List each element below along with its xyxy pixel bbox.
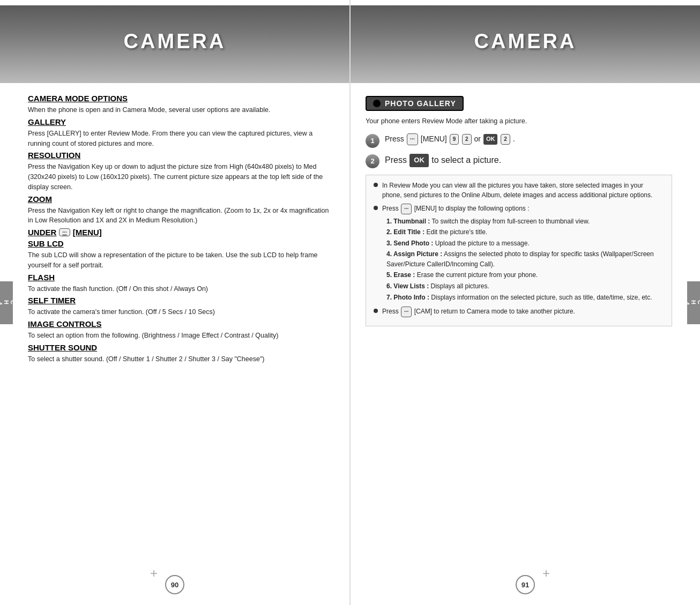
left-page: PN-E218_ALLTEL_060321 2006.3.21 7:21 PM페… bbox=[0, 0, 349, 605]
left-side-tab: C H 4 bbox=[0, 281, 13, 324]
gallery-body: Press [GALLERY] to enter Review Mode. Fr… bbox=[28, 129, 330, 149]
step1-container: 1 Press ··· [MENU] 9 2 or OK 2 . bbox=[366, 133, 672, 148]
bullet1-dot bbox=[374, 183, 378, 187]
bullet3-content: Press ··· [CAM] to return to Camera mode… bbox=[382, 307, 664, 317]
section-self-timer: SELF TIMER To activate the camera's time… bbox=[28, 296, 330, 317]
gallery-title: GALLERY bbox=[28, 117, 330, 126]
step2-text: Press OK to select a picture. bbox=[385, 153, 501, 167]
step2-container: 2 Press OK to select a picture. bbox=[366, 153, 672, 168]
ok-btn-step2: OK bbox=[409, 154, 429, 167]
under-menu-title: UNDER ··· [MENU] bbox=[28, 228, 330, 237]
info-bullet1: In Review Mode you can view all the pict… bbox=[374, 181, 664, 200]
left-header: CAMERA bbox=[0, 0, 349, 83]
section-image-controls: IMAGE CONTROLS To select an option from … bbox=[28, 319, 330, 341]
list-item-7: 7. Photo Info : Displays information on … bbox=[386, 293, 664, 303]
bullet3-dot bbox=[374, 309, 378, 313]
image-controls-body: To select an option from the following. … bbox=[28, 331, 330, 341]
info-bullet3: Press ··· [CAM] to return to Camera mode… bbox=[374, 307, 664, 317]
section-flash: FLASH To activate the flash function. (O… bbox=[28, 273, 330, 294]
bullet2-content: Press ··· [MENU] to display the followin… bbox=[382, 204, 664, 303]
right-page-num: 91 bbox=[516, 575, 535, 594]
list-item-4: 4. Assign Picture : Assigns the selected… bbox=[386, 249, 664, 269]
list-item-5: 5. Erase : Erase the current picture fro… bbox=[386, 270, 664, 280]
cam-btn: ··· bbox=[401, 307, 412, 317]
num9-btn: 9 bbox=[450, 134, 459, 145]
zoom-title: ZOOM bbox=[28, 195, 330, 204]
left-page-num: 90 bbox=[165, 575, 184, 594]
self-timer-title: SELF TIMER bbox=[28, 296, 330, 305]
photo-gallery-badge: PHOTO GALLERY bbox=[366, 96, 464, 111]
left-content: CAMERA MODE OPTIONS When the phone is op… bbox=[13, 83, 345, 376]
num2b-btn: 2 bbox=[501, 134, 510, 145]
flash-title: FLASH bbox=[28, 273, 330, 282]
menu-btn-bullet2: ··· bbox=[401, 204, 412, 214]
resolution-title: RESOLUTION bbox=[28, 151, 330, 160]
right-title: CAMERA bbox=[474, 30, 577, 53]
list-item-1: 1. Thumbnail : To switch the display fro… bbox=[386, 216, 664, 227]
options-list: 1. Thumbnail : To switch the display fro… bbox=[386, 216, 664, 303]
menu-btn-step1: ··· bbox=[407, 133, 418, 145]
badge-label: PHOTO GALLERY bbox=[385, 99, 456, 108]
section-gallery: GALLERY Press [GALLERY] to enter Review … bbox=[28, 117, 330, 149]
sub-lcd-body: The sub LCD will show a representation o… bbox=[28, 250, 330, 271]
crosshair-left: + bbox=[150, 566, 158, 581]
ok-btn-step1: OK bbox=[483, 134, 498, 145]
self-timer-body: To activate the camera's timer function.… bbox=[28, 307, 330, 317]
step2-circle: 2 bbox=[366, 154, 379, 168]
list-item-3: 3. Send Photo : Upload the picture to a … bbox=[386, 238, 664, 249]
intro-text: Your phone enters Review Mode after taki… bbox=[366, 116, 672, 126]
camera-mode-options-title: CAMERA MODE OPTIONS bbox=[28, 94, 330, 103]
list-item-6: 6. View Lists : Displays all pictures. bbox=[386, 281, 664, 292]
left-title: CAMERA bbox=[124, 30, 226, 53]
zoom-body: Press the Navigation Key left or right t… bbox=[28, 206, 330, 226]
step1-circle: 1 bbox=[366, 134, 379, 148]
camera-mode-options-body: When the phone is open and in Camera Mod… bbox=[28, 105, 330, 115]
right-content: PHOTO GALLERY Your phone enters Review M… bbox=[351, 83, 687, 340]
crosshair-right: + bbox=[542, 566, 550, 581]
section-camera-mode-options: CAMERA MODE OPTIONS When the phone is op… bbox=[28, 94, 330, 115]
section-sub-lcd: SUB LCD The sub LCD will show a represen… bbox=[28, 239, 330, 271]
sub-lcd-title: SUB LCD bbox=[28, 239, 330, 248]
section-zoom: ZOOM Press the Navigation Key left or ri… bbox=[28, 195, 330, 226]
right-header: CAMERA bbox=[351, 0, 700, 83]
info-bullet2: Press ··· [MENU] to display the followin… bbox=[374, 204, 664, 303]
section-shutter-sound: SHUTTER SOUND To select a shutter sound.… bbox=[28, 343, 330, 364]
shutter-sound-body: To select a shutter sound. (Off / Shutte… bbox=[28, 354, 330, 364]
bullet1-text: In Review Mode you can view all the pict… bbox=[382, 181, 664, 200]
resolution-body: Press the Navigation Key up or down to a… bbox=[28, 162, 330, 192]
image-controls-title: IMAGE CONTROLS bbox=[28, 319, 330, 328]
info-box: In Review Mode you can view all the pict… bbox=[366, 175, 672, 326]
menu-btn-icon: ··· bbox=[59, 228, 70, 236]
section-under-menu: UNDER ··· [MENU] bbox=[28, 228, 330, 237]
badge-dot bbox=[373, 100, 381, 107]
right-page: CAMERA C H 4 PHOTO GALLERY Your phone en… bbox=[351, 0, 700, 605]
num2a-btn: 2 bbox=[462, 134, 472, 145]
step1-text: Press ··· [MENU] 9 2 or OK 2 . bbox=[385, 133, 515, 145]
right-side-tab: C H 4 bbox=[687, 281, 700, 324]
flash-body: To activate the flash function. (Off / O… bbox=[28, 284, 330, 294]
shutter-sound-title: SHUTTER SOUND bbox=[28, 343, 330, 352]
list-item-2: 2. Edit Title : Edit the picture's title… bbox=[386, 227, 664, 237]
section-resolution: RESOLUTION Press the Navigation Key up o… bbox=[28, 151, 330, 192]
bullet2-dot bbox=[374, 206, 378, 210]
